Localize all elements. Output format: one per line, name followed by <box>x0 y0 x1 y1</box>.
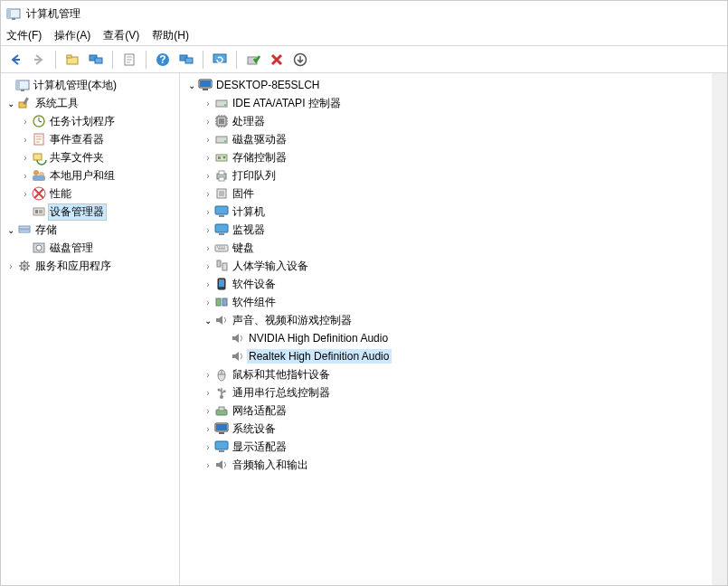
label: 监视器 <box>231 222 268 239</box>
cat-ide[interactable]: ›IDE ATA/ATAPI 控制器 <box>180 94 727 112</box>
back-button[interactable] <box>5 49 26 71</box>
cat-cpu[interactable]: ›处理器 <box>180 112 727 130</box>
label: 显示适配器 <box>231 439 289 456</box>
cat-hid[interactable]: ›人体学输入设备 <box>180 257 727 275</box>
device-root[interactable]: ⌄ DESKTOP-8E5SLCH <box>180 76 727 94</box>
share-icon <box>32 150 46 165</box>
label: 磁盘管理 <box>48 240 96 257</box>
chevron-right-icon[interactable]: › <box>202 117 214 127</box>
chevron-right-icon[interactable]: › <box>202 424 214 434</box>
menu-help[interactable]: 帮助(H) <box>152 28 189 43</box>
chevron-right-icon[interactable]: › <box>202 153 214 163</box>
cat-disk-drives[interactable]: ›磁盘驱动器 <box>180 130 727 148</box>
chevron-right-icon[interactable]: › <box>202 442 214 452</box>
cat-print-queue[interactable]: ›打印队列 <box>180 166 727 184</box>
label: 通用串行总线控制器 <box>231 384 333 402</box>
cat-usb[interactable]: ›通用串行总线控制器 <box>180 383 727 402</box>
device-tree: ⌄ DESKTOP-8E5SLCH ›IDE ATA/ATAPI 控制器 ›处理… <box>180 76 727 474</box>
menu-file[interactable]: 文件(F) <box>6 28 42 43</box>
chevron-right-icon[interactable]: › <box>202 243 214 253</box>
chevron-right-icon[interactable]: › <box>5 261 17 271</box>
chevron-right-icon[interactable]: › <box>202 298 214 307</box>
enable-button[interactable] <box>242 49 264 71</box>
scan-button[interactable] <box>209 49 231 71</box>
tree-storage[interactable]: ⌄ 存储 <box>1 221 179 239</box>
label: 系统设备 <box>231 421 279 438</box>
cat-network[interactable]: ›网络适配器 <box>180 402 727 420</box>
chevron-right-icon[interactable]: › <box>202 388 214 398</box>
chevron-right-icon[interactable]: › <box>202 189 214 199</box>
cat-software-comp[interactable]: ›软件组件 <box>180 293 727 311</box>
comp-icon <box>214 295 229 309</box>
monitor-icon <box>214 222 229 237</box>
speaker-icon <box>231 349 245 364</box>
tree-task-scheduler[interactable]: › 任务计划程序 <box>1 112 179 130</box>
chevron-down-icon[interactable]: ⌄ <box>5 99 17 109</box>
chevron-right-icon[interactable]: › <box>19 135 32 145</box>
chevron-right-icon[interactable]: › <box>202 225 214 235</box>
chevron-right-icon[interactable]: › <box>202 207 214 217</box>
menu-view[interactable]: 查看(V) <box>103 28 139 43</box>
tree-performance[interactable]: › 性能 <box>1 184 179 203</box>
chevron-down-icon[interactable]: ⌄ <box>185 80 198 90</box>
chevron-right-icon[interactable]: › <box>202 135 214 145</box>
cat-audio-io[interactable]: ›音频输入和输出 <box>180 456 727 474</box>
cat-keyboard[interactable]: ›键盘 <box>180 239 727 257</box>
monitor-icon <box>214 204 229 219</box>
window-title: 计算机管理 <box>26 6 80 22</box>
chevron-right-icon[interactable]: › <box>202 171 214 181</box>
tree-root-local[interactable]: 计算机管理(本地) <box>1 76 179 94</box>
chevron-right-icon[interactable]: › <box>202 460 214 470</box>
speaker-icon <box>214 313 229 327</box>
usb-icon <box>214 385 229 400</box>
tree-event-viewer[interactable]: › 事件查看器 <box>1 130 179 148</box>
chevron-right-icon[interactable]: › <box>19 117 32 127</box>
cat-display[interactable]: ›显示适配器 <box>180 438 727 456</box>
cat-monitor[interactable]: ›监视器 <box>180 221 727 239</box>
tree-local-users[interactable]: › 本地用户和组 <box>1 166 179 184</box>
chevron-right-icon[interactable]: › <box>202 370 214 380</box>
keyboard-icon <box>214 241 229 255</box>
cat-sound[interactable]: ⌄声音、视频和游戏控制器 <box>180 311 727 329</box>
label: 音频输入和输出 <box>231 457 311 474</box>
label: DESKTOP-8E5SLCH <box>214 78 323 92</box>
tree-disk-mgmt[interactable]: 磁盘管理 <box>1 239 179 257</box>
speaker-icon <box>231 331 245 345</box>
show-hide-button[interactable] <box>85 49 107 71</box>
update-driver-button[interactable] <box>289 49 311 71</box>
label: 打印队列 <box>231 167 279 184</box>
chevron-right-icon[interactable]: › <box>202 261 214 271</box>
separator <box>55 51 56 69</box>
chevron-right-icon[interactable]: › <box>202 406 214 416</box>
perf-icon <box>32 186 46 201</box>
chevron-right-icon[interactable]: › <box>19 189 32 199</box>
chevron-down-icon[interactable]: ⌄ <box>5 225 17 235</box>
chevron-right-icon[interactable]: › <box>19 153 32 163</box>
tree-system-tools[interactable]: ⌄ 系统工具 <box>1 94 179 112</box>
chevron-right-icon[interactable]: › <box>202 99 214 109</box>
dev-nvidia-audio[interactable]: NVIDIA High Definition Audio <box>180 329 727 347</box>
cat-computer[interactable]: ›计算机 <box>180 203 727 221</box>
forward-button[interactable] <box>28 49 50 71</box>
label: 性能 <box>48 185 74 203</box>
help-button[interactable] <box>152 49 174 71</box>
tree-services-apps[interactable]: › 服务和应用程序 <box>1 257 179 275</box>
tree-device-manager[interactable]: 设备管理器 <box>1 203 179 221</box>
tree-shared-folders[interactable]: › 共享文件夹 <box>1 148 179 166</box>
menu-action[interactable]: 操作(A) <box>54 28 90 43</box>
cat-firmware[interactable]: ›固件 <box>180 184 727 203</box>
cat-software-dev[interactable]: ›软件设备 <box>180 275 727 293</box>
dev-realtek-audio[interactable]: Realtek High Definition Audio <box>180 347 727 365</box>
chevron-down-icon[interactable]: ⌄ <box>202 316 214 326</box>
disable-button[interactable] <box>266 49 288 71</box>
chevron-right-icon[interactable]: › <box>202 279 214 289</box>
properties-button[interactable] <box>118 49 140 71</box>
cat-storage-ctrl[interactable]: ›存储控制器 <box>180 148 727 166</box>
label: 任务计划程序 <box>48 113 118 130</box>
cat-system-dev[interactable]: ›系统设备 <box>180 420 727 438</box>
layout-button[interactable] <box>175 49 197 71</box>
cat-mouse[interactable]: ›鼠标和其他指针设备 <box>180 365 727 383</box>
up-button[interactable] <box>61 49 83 71</box>
scrollbar[interactable] <box>712 73 727 586</box>
chevron-right-icon[interactable]: › <box>19 171 32 181</box>
